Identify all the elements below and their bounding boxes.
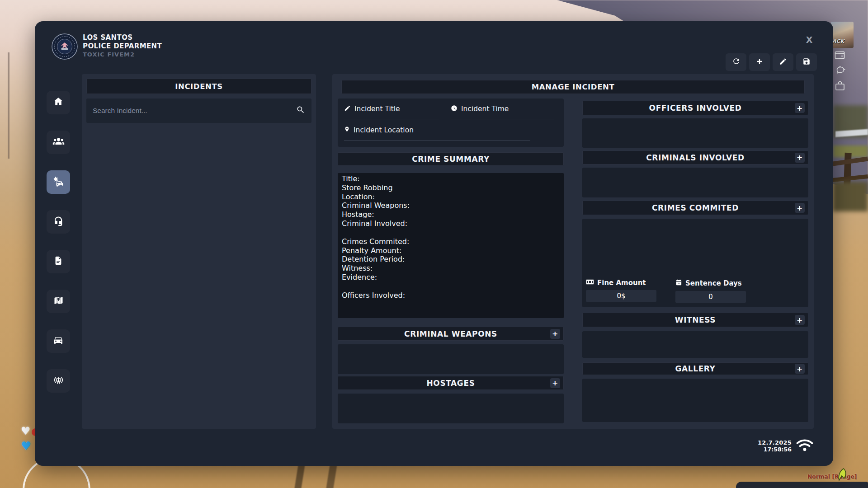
add-hostage-button[interactable]: + (550, 378, 560, 388)
clock-icon (451, 105, 458, 113)
car-crash-icon (52, 175, 65, 189)
map-marker-icon (53, 295, 64, 308)
incidents-panel: INCIDENTS (82, 74, 316, 429)
witness-title-text: WITNESS (675, 315, 716, 324)
gallery-list (582, 379, 808, 422)
pencil-icon (344, 105, 351, 113)
witness-list (582, 331, 808, 358)
sidebar-item-map[interactable] (47, 290, 70, 313)
incidents-title: INCIDENTS (86, 79, 311, 94)
criminal-weapons-title-text: CRIMINAL WEAPONS (404, 329, 497, 338)
title-line1: LOS SANTOS (83, 33, 162, 42)
incident-time-field[interactable]: Incident Time (451, 104, 557, 119)
armor-heart-icon: ♥ (21, 439, 31, 453)
hostages-header: HOSTAGES + (338, 376, 564, 390)
add-incident-button[interactable] (749, 53, 770, 71)
incident-fields-card: Incident Title Incident Time (338, 99, 564, 147)
broadcast-tower-icon (53, 375, 64, 387)
criminal-weapons-header: CRIMINAL WEAPONS + (338, 327, 564, 341)
calendar-icon (675, 279, 682, 288)
sidebar-item-dispatch[interactable] (47, 210, 70, 234)
app-title: LOS SANTOS POLICE DEPARMENT TOXIC FIVEM2 (83, 33, 162, 58)
save-icon (802, 57, 811, 67)
sidebar-item-reports[interactable] (47, 250, 70, 273)
sentence-days-group: Sentence Days (675, 279, 752, 303)
background-pole (8, 52, 9, 159)
incident-search[interactable] (86, 99, 311, 123)
fine-amount-group: Fine Amount (586, 279, 663, 303)
health-heart-icon: ♥ (21, 425, 31, 437)
hostages-title-text: HOSTAGES (427, 379, 475, 388)
crime-summary-title-text: CRIME SUMMARY (412, 155, 490, 164)
manage-incident-title: MANAGE INCIDENT (341, 80, 805, 94)
wifi-icon (796, 438, 814, 454)
incident-title-field[interactable]: Incident Title (344, 104, 451, 119)
document-icon (53, 255, 63, 268)
incident-location-field[interactable]: Incident Location (344, 125, 557, 141)
sidebar-item-incidents[interactable] (47, 170, 70, 194)
manage-right-column: OFFICERS INVOLVED + CRIMINALS INVOLVED +… (582, 99, 808, 423)
location-marker-icon (344, 126, 350, 135)
sidebar-item-vehicles[interactable] (47, 329, 70, 353)
refresh-button[interactable] (726, 53, 746, 71)
manage-incident-panel: MANAGE INCIDENT Incident Title (332, 74, 814, 429)
gallery-title-text: GALLERY (675, 364, 715, 373)
headset-icon (53, 216, 64, 228)
criminals-involved-header: CRIMINALS INVOLVED + (582, 150, 808, 164)
fine-amount-label: Fine Amount (597, 279, 646, 287)
edit-icon (779, 57, 787, 67)
hud-poster: ACK (831, 22, 854, 48)
add-witness-button[interactable]: + (795, 315, 805, 325)
add-gallery-image-button[interactable]: + (795, 364, 805, 374)
car-icon (53, 335, 64, 347)
gallery-header: GALLERY + (582, 362, 808, 375)
status-time: 17:58:56 (758, 446, 792, 453)
status-bar: 12.7.2025 17:58:56 (758, 438, 814, 454)
crimes-commited-header: CRIMES COMMITED + (582, 201, 808, 215)
crimes-commited-title-text: CRIMES COMMITED (652, 203, 739, 212)
fine-amount-input[interactable] (586, 290, 656, 302)
hud-right-icons (835, 51, 846, 91)
criminals-involved-title-text: CRIMINALS INVOLVED (646, 153, 745, 162)
refresh-icon (732, 57, 741, 67)
edit-incident-button[interactable] (773, 53, 793, 71)
sidebar-item-citizens[interactable] (47, 131, 70, 154)
criminals-involved-list (582, 168, 808, 197)
toolbar (726, 53, 817, 71)
officers-involved-list (582, 118, 808, 148)
add-criminal-button[interactable]: + (795, 153, 805, 163)
incidents-title-text: INCIDENTS (175, 82, 223, 91)
witness-header: WITNESS + (582, 313, 808, 327)
lspd-badge-logo (51, 33, 78, 60)
incident-title-label: Incident Title (354, 105, 400, 113)
add-criminal-weapon-button[interactable]: + (550, 329, 560, 339)
search-icon[interactable] (296, 105, 305, 116)
search-input[interactable] (93, 107, 296, 115)
bag-icon (835, 80, 846, 91)
hud-poster-text: ACK (832, 38, 844, 44)
sidebar-item-home[interactable] (47, 91, 70, 114)
close-button[interactable]: X (802, 33, 816, 47)
users-icon (52, 136, 65, 149)
mouse-cursor (835, 468, 848, 484)
title-line2: POLICE DEPARMENT (83, 42, 162, 51)
title-subtitle: TOXIC FIVEM2 (83, 51, 162, 58)
sidebar (47, 91, 70, 393)
add-officer-button[interactable]: + (795, 103, 805, 113)
sidebar-item-radio[interactable] (47, 369, 70, 393)
penalty-row: Fine Amount Sentence Days (582, 279, 808, 307)
save-incident-button[interactable] (796, 53, 817, 71)
graphics-overlay-label: Normal [Range] (807, 474, 857, 480)
incident-time-label: Incident Time (461, 105, 509, 113)
crime-summary-textarea[interactable]: Title: Store Robbing Location: Criminal … (338, 173, 564, 318)
home-icon (53, 96, 64, 109)
crimes-commited-list: Fine Amount Sentence Days (582, 219, 808, 307)
sentence-days-input[interactable] (675, 291, 746, 303)
minimap-corner (736, 482, 868, 488)
piggy-bank-icon (835, 65, 846, 75)
officers-involved-header: OFFICERS INVOLVED + (582, 101, 808, 115)
wallet-icon (835, 51, 846, 60)
crime-summary-header: CRIME SUMMARY (338, 152, 564, 166)
add-icon (755, 57, 764, 67)
add-crime-button[interactable]: + (795, 203, 805, 213)
